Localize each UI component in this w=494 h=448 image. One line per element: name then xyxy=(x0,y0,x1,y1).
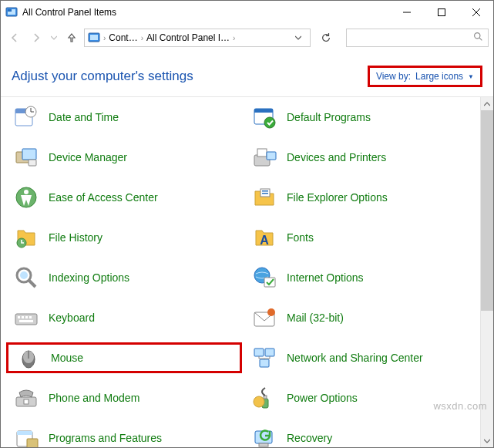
svg-point-18 xyxy=(264,117,275,128)
svg-rect-37 xyxy=(15,314,37,325)
svg-line-10 xyxy=(479,38,482,40)
control-panel-item-label: Default Programs xyxy=(287,111,371,124)
control-panel-small-icon xyxy=(88,32,100,44)
scrollbar-track[interactable] xyxy=(481,110,493,434)
control-panel-item-label: Keyboard xyxy=(49,312,95,325)
svg-point-9 xyxy=(475,33,480,39)
network-icon xyxy=(251,345,277,371)
breadcrumb-item[interactable]: All Control Panel I… xyxy=(146,32,230,43)
recent-locations-button[interactable] xyxy=(49,29,59,47)
mail-icon xyxy=(251,305,277,331)
control-panel-item[interactable]: Devices and Printers xyxy=(247,142,480,173)
svg-point-34 xyxy=(20,271,28,279)
up-button[interactable] xyxy=(62,29,81,47)
control-panel-item-label: Internet Options xyxy=(287,271,364,285)
view-by-selector[interactable]: View by: Large icons ▼ xyxy=(368,66,482,87)
control-panel-item-label: Power Options xyxy=(287,392,358,405)
scroll-up-button[interactable] xyxy=(481,97,493,110)
back-button[interactable] xyxy=(5,29,24,47)
chevron-right-icon[interactable]: › xyxy=(103,34,106,42)
items-grid: Date and TimeDefault ProgramsDevice Mana… xyxy=(8,102,480,447)
scrollbar-thumb[interactable] xyxy=(481,110,493,311)
control-panel-item-label: Device Manager xyxy=(49,151,127,164)
control-panel-item[interactable]: File Explorer Options xyxy=(247,182,480,213)
svg-rect-39 xyxy=(22,316,24,318)
control-panel-icon xyxy=(5,6,18,19)
svg-rect-20 xyxy=(22,149,36,160)
control-panel-item[interactable]: Indexing Options xyxy=(8,262,242,293)
control-panel-item[interactable]: Power Options xyxy=(247,382,480,413)
svg-rect-50 xyxy=(260,359,269,367)
svg-rect-49 xyxy=(265,349,274,356)
forward-button[interactable] xyxy=(27,29,45,47)
programs-icon xyxy=(13,425,39,447)
search-icon xyxy=(473,31,483,45)
power-icon xyxy=(251,385,277,411)
control-panel-item-label: Fonts xyxy=(287,231,314,244)
search-input[interactable] xyxy=(346,29,489,47)
file-history-icon xyxy=(13,224,39,251)
datetime-icon xyxy=(13,104,39,130)
control-panel-item-label: Indexing Options xyxy=(49,271,129,285)
mouse-icon xyxy=(15,345,42,371)
fonts-icon: A xyxy=(251,224,277,251)
vertical-scrollbar[interactable] xyxy=(480,97,493,447)
control-panel-item-label: Network and Sharing Center xyxy=(287,352,423,365)
control-panel-item[interactable]: Keyboard xyxy=(8,302,242,333)
refresh-button[interactable] xyxy=(315,29,337,47)
title-bar: All Control Panel Items xyxy=(1,1,493,24)
minimize-button[interactable] xyxy=(389,1,424,24)
svg-rect-23 xyxy=(257,149,267,157)
address-bar[interactable]: › Cont… › All Control Panel I… › xyxy=(84,29,311,47)
svg-rect-48 xyxy=(254,349,264,356)
chevron-right-icon[interactable]: › xyxy=(141,34,143,42)
control-panel-item[interactable]: Date and Time xyxy=(8,102,242,133)
control-panel-item[interactable]: AFonts xyxy=(247,222,480,253)
control-panel-item[interactable]: Programs and Features xyxy=(8,423,242,447)
svg-point-44 xyxy=(267,308,275,316)
svg-point-26 xyxy=(24,190,29,194)
view-by-value: Large icons xyxy=(415,71,463,82)
default-programs-icon xyxy=(251,104,277,130)
internet-icon xyxy=(251,264,277,291)
devices-printers-icon xyxy=(251,144,277,170)
items-panel: Date and TimeDefault ProgramsDevice Mana… xyxy=(1,97,480,447)
control-panel-item-label: Date and Time xyxy=(49,111,119,124)
address-dropdown-button[interactable] xyxy=(290,29,307,46)
content-area: Date and TimeDefault ProgramsDevice Mana… xyxy=(1,97,493,447)
svg-rect-2 xyxy=(8,9,12,12)
svg-rect-54 xyxy=(264,396,267,399)
file-explorer-icon xyxy=(251,184,277,211)
maximize-button[interactable] xyxy=(424,1,459,24)
control-panel-item[interactable]: Recovery xyxy=(247,423,480,447)
page-heading: Adjust your computer's settings xyxy=(12,69,368,84)
control-panel-item-label: Phone and Modem xyxy=(49,392,139,405)
control-panel-item[interactable]: Default Programs xyxy=(247,102,480,133)
device-manager-icon xyxy=(13,144,39,170)
control-panel-item-label: Programs and Features xyxy=(49,432,162,445)
control-panel-item[interactable]: Mouse xyxy=(6,342,242,373)
control-panel-item[interactable]: Mail (32-bit) xyxy=(247,302,480,333)
svg-rect-4 xyxy=(438,9,445,16)
control-panel-item[interactable]: Network and Sharing Center xyxy=(247,342,480,373)
scroll-down-button[interactable] xyxy=(481,434,493,447)
svg-rect-29 xyxy=(262,193,268,194)
control-panel-item-label: Ease of Access Center xyxy=(49,191,158,204)
svg-rect-36 xyxy=(264,278,275,287)
svg-rect-21 xyxy=(29,160,36,166)
control-panel-item[interactable]: Device Manager xyxy=(8,142,242,173)
svg-rect-8 xyxy=(90,35,98,40)
svg-rect-58 xyxy=(27,439,38,447)
control-panel-item[interactable]: File History xyxy=(8,222,242,253)
chevron-right-icon[interactable]: › xyxy=(233,34,235,42)
control-panel-item[interactable]: Internet Options xyxy=(247,262,480,293)
svg-rect-28 xyxy=(262,190,268,192)
close-button[interactable] xyxy=(459,1,493,24)
breadcrumb-item[interactable]: Cont… xyxy=(109,32,137,43)
keyboard-icon xyxy=(13,305,39,331)
control-panel-item[interactable]: Ease of Access Center xyxy=(8,182,242,213)
control-panel-item-label: File History xyxy=(49,231,102,244)
control-panel-item[interactable]: Phone and Modem xyxy=(8,382,242,413)
control-panel-item-label: Mail (32-bit) xyxy=(287,312,344,325)
control-panel-item-label: Devices and Printers xyxy=(287,151,386,164)
